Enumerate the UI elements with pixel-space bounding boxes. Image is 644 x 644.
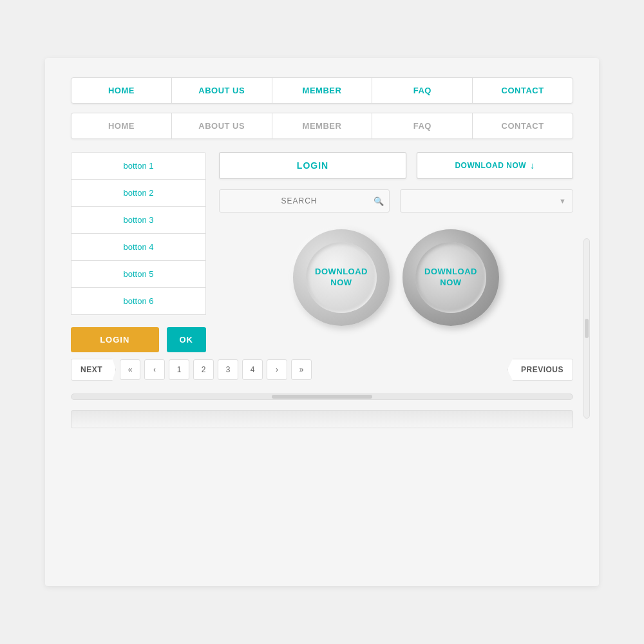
page-1-button[interactable]: 1 bbox=[169, 359, 189, 380]
first-page-button[interactable]: « bbox=[120, 359, 140, 380]
download-arrow-icon bbox=[530, 160, 535, 171]
nav-member-secondary[interactable]: MEMBER bbox=[272, 113, 373, 138]
nav-member-primary[interactable]: MEMBER bbox=[272, 78, 373, 103]
search-input[interactable] bbox=[225, 196, 374, 205]
nav-bar-secondary: HOME ABOUT US MEMBER FAQ CONTACT bbox=[71, 113, 573, 139]
list-button-4[interactable]: botton 4 bbox=[71, 233, 206, 261]
prev-page-button[interactable]: ‹ bbox=[144, 359, 165, 380]
list-button-6[interactable]: botton 6 bbox=[71, 287, 206, 315]
dropdown-box[interactable]: ▼ bbox=[400, 189, 573, 213]
search-box[interactable]: 🔍 bbox=[219, 189, 390, 213]
circle-download-button-2[interactable]: DOWNLOADNOW bbox=[402, 229, 499, 326]
h-scrollbar-thumb[interactable] bbox=[272, 395, 372, 399]
nav-about-secondary[interactable]: ABOUT US bbox=[172, 113, 272, 138]
login-outline-button[interactable]: LOGIN bbox=[219, 152, 406, 179]
pagination-row: NEXT « ‹ 1 2 3 4 › » PREVIOUS bbox=[71, 359, 573, 381]
circle-buttons-row: DOWNLOADNOW DOWNLOADNOW bbox=[219, 229, 573, 326]
nav-faq-secondary[interactable]: FAQ bbox=[372, 113, 473, 138]
left-column: botton 1 botton 2 botton 3 botton 4 bott… bbox=[71, 152, 206, 352]
top-buttons-row: LOGIN DOWNLOAD NOW bbox=[219, 152, 573, 179]
previous-button[interactable]: PREVIOUS bbox=[507, 359, 573, 381]
nav-about-primary[interactable]: ABOUT US bbox=[172, 78, 272, 103]
nav-bar-primary: HOME ABOUT US MEMBER FAQ CONTACT bbox=[71, 77, 573, 104]
circle-download-inner-1: DOWNLOADNOW bbox=[306, 242, 377, 313]
next-page-button[interactable]: › bbox=[267, 359, 287, 380]
search-row: 🔍 ▼ bbox=[219, 189, 573, 213]
vertical-scrollbar[interactable] bbox=[583, 238, 590, 419]
search-icon: 🔍 bbox=[374, 196, 384, 206]
next-button[interactable]: NEXT bbox=[71, 359, 116, 381]
download-button-label: DOWNLOAD NOW bbox=[455, 161, 526, 170]
circle-download-button-1[interactable]: DOWNLOADNOW bbox=[293, 229, 390, 326]
nav-home-secondary[interactable]: HOME bbox=[71, 113, 172, 138]
circle-download-label-2: DOWNLOADNOW bbox=[424, 267, 477, 289]
nav-faq-primary[interactable]: FAQ bbox=[372, 78, 473, 103]
login-orange-button[interactable]: LOGIN bbox=[71, 327, 159, 352]
circle-download-label-1: DOWNLOADNOW bbox=[315, 267, 368, 289]
page-2-button[interactable]: 2 bbox=[193, 359, 214, 380]
bottom-decorative-strip bbox=[71, 410, 573, 428]
dropdown-arrow-icon: ▼ bbox=[559, 197, 566, 205]
scrollbar-thumb[interactable] bbox=[585, 319, 589, 338]
nav-contact-primary[interactable]: CONTACT bbox=[473, 78, 573, 103]
last-page-button[interactable]: » bbox=[291, 359, 312, 380]
download-outline-button[interactable]: DOWNLOAD NOW bbox=[417, 152, 573, 179]
ok-teal-button[interactable]: OK bbox=[167, 327, 207, 352]
login-ok-row: LOGIN OK bbox=[71, 327, 206, 352]
horizontal-scrollbar[interactable] bbox=[71, 393, 573, 400]
page-3-button[interactable]: 3 bbox=[218, 359, 238, 380]
list-button-1[interactable]: botton 1 bbox=[71, 152, 206, 180]
nav-contact-secondary[interactable]: CONTACT bbox=[473, 113, 573, 138]
page-4-button[interactable]: 4 bbox=[242, 359, 263, 380]
nav-home-primary[interactable]: HOME bbox=[71, 78, 172, 103]
list-button-5[interactable]: botton 5 bbox=[71, 260, 206, 288]
list-button-3[interactable]: botton 3 bbox=[71, 206, 206, 234]
list-button-2[interactable]: botton 2 bbox=[71, 179, 206, 207]
circle-download-inner-2: DOWNLOADNOW bbox=[415, 242, 486, 313]
right-column: LOGIN DOWNLOAD NOW 🔍 ▼ bbox=[219, 152, 573, 352]
